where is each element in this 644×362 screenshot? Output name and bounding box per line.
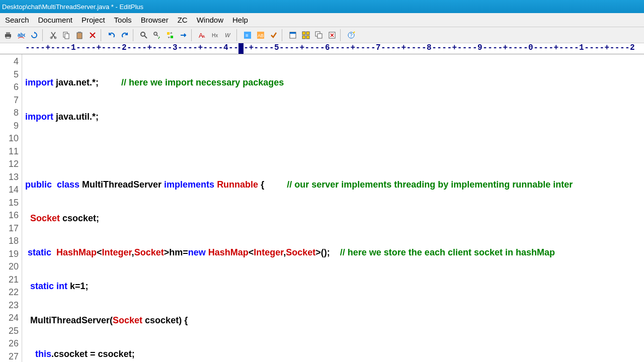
- svg-text:A: A: [202, 34, 205, 39]
- marker-a-icon[interactable]: ≡: [242, 29, 254, 41]
- menu-browser[interactable]: Browser: [141, 16, 169, 24]
- line-number: 7: [0, 94, 19, 107]
- line-number: 11: [0, 145, 19, 158]
- line-number: 5: [0, 68, 19, 81]
- toolbar-separator: [340, 29, 343, 41]
- menu-tools[interactable]: Tools: [114, 16, 132, 24]
- svg-rect-26: [302, 36, 305, 39]
- copy-icon[interactable]: [60, 29, 72, 41]
- svg-rect-25: [306, 32, 309, 35]
- svg-rect-29: [317, 34, 322, 38]
- close-icon[interactable]: [326, 29, 338, 41]
- toolbar-separator: [191, 29, 194, 41]
- svg-text:AB: AB: [258, 33, 264, 38]
- ruler-cursor-marker: [238, 43, 244, 54]
- line-number: 27: [0, 350, 19, 363]
- line-number: 6: [0, 81, 19, 94]
- menu-search[interactable]: Search: [5, 16, 29, 24]
- title-bar: Desktop\chat\MultiThreadServer.java * - …: [0, 0, 644, 13]
- menu-window[interactable]: Window: [197, 16, 223, 24]
- line-number-gutter: 4567891011121314151617181920212223242526…: [0, 54, 22, 362]
- line-number: 22: [0, 286, 19, 299]
- wrap-icon[interactable]: W: [222, 29, 234, 41]
- toolbar-separator: [282, 29, 285, 41]
- find-next-icon[interactable]: [151, 29, 163, 41]
- comment: // here we import necessary packages: [101, 77, 284, 87]
- window-title: Desktop\chat\MultiThreadServer.java * - …: [2, 3, 143, 11]
- line-number: 17: [0, 222, 19, 235]
- toolbar: abcAAHxW≡AB?: [0, 27, 644, 43]
- svg-rect-8: [77, 33, 82, 39]
- svg-rect-23: [290, 32, 296, 34]
- undo-icon[interactable]: [106, 29, 118, 41]
- line-number: 16: [0, 209, 19, 222]
- line-number: 14: [0, 184, 19, 197]
- line-number: 8: [0, 107, 19, 120]
- toolbar-separator: [42, 29, 45, 41]
- menu-bar: Search Document Project Tools Browser ZC…: [0, 13, 644, 27]
- font-size-icon[interactable]: AA: [196, 29, 208, 41]
- ruler-text: ----+----1----+----2----+----3----+----4…: [25, 43, 635, 52]
- svg-rect-7: [65, 34, 69, 39]
- check-icon[interactable]: [268, 29, 280, 41]
- line-number: 26: [0, 337, 19, 350]
- menu-zc[interactable]: ZC: [178, 16, 188, 24]
- code-area[interactable]: import java.net.*; // here we import nec…: [22, 54, 644, 362]
- svg-text:?: ?: [350, 33, 353, 38]
- find-icon[interactable]: [138, 29, 150, 41]
- svg-rect-1: [6, 32, 10, 34]
- toolbar-separator: [236, 29, 239, 41]
- paste-icon[interactable]: [73, 29, 86, 41]
- svg-rect-9: [78, 32, 81, 33]
- svg-rect-13: [171, 36, 173, 38]
- svg-point-10: [141, 32, 145, 36]
- menu-document[interactable]: Document: [38, 16, 72, 24]
- svg-text:≡: ≡: [246, 33, 249, 38]
- cut-icon[interactable]: [47, 29, 59, 41]
- line-number: 20: [0, 260, 19, 274]
- spell-icon[interactable]: abc: [15, 29, 27, 41]
- line-number: 21: [0, 274, 19, 287]
- line-number: 19: [0, 248, 19, 261]
- marker-b-icon[interactable]: AB: [255, 29, 267, 41]
- print-icon[interactable]: [2, 29, 14, 41]
- svg-rect-2: [6, 37, 10, 38]
- svg-text:W: W: [225, 32, 231, 38]
- replace-icon[interactable]: [164, 29, 176, 41]
- editor-area[interactable]: 4567891011121314151617181920212223242526…: [0, 54, 644, 362]
- line-number: 25: [0, 325, 19, 338]
- line-number: 4: [0, 55, 19, 68]
- redo-icon[interactable]: [119, 29, 131, 41]
- line-number: 15: [0, 197, 19, 210]
- menu-help[interactable]: Help: [232, 16, 248, 24]
- line-number: 9: [0, 120, 19, 133]
- toolbar-separator: [101, 29, 104, 41]
- svg-text:abc: abc: [18, 32, 25, 38]
- line-number: 23: [0, 299, 19, 312]
- menu-project[interactable]: Project: [82, 16, 105, 24]
- svg-rect-12: [167, 32, 170, 35]
- refresh-icon[interactable]: [28, 29, 40, 41]
- line-number: 12: [0, 158, 19, 171]
- delete-icon[interactable]: [87, 29, 99, 41]
- svg-rect-27: [306, 36, 309, 39]
- goto-icon[interactable]: [177, 29, 189, 41]
- keyword-import: import: [25, 77, 53, 87]
- hex-icon[interactable]: Hx: [209, 29, 221, 41]
- tile-icon[interactable]: [300, 29, 312, 41]
- window-icon[interactable]: [287, 29, 299, 41]
- svg-rect-24: [302, 32, 305, 35]
- svg-text:Hx: Hx: [212, 33, 218, 38]
- ruler: ----+----1----+----2----+----3----+----4…: [0, 43, 644, 54]
- help-icon[interactable]: ?: [345, 29, 357, 41]
- line-number: 10: [0, 132, 19, 145]
- line-number: 13: [0, 171, 19, 184]
- line-number: 24: [0, 312, 19, 325]
- cascade-icon[interactable]: [313, 29, 325, 41]
- line-number: 18: [0, 235, 19, 248]
- toolbar-separator: [133, 29, 136, 41]
